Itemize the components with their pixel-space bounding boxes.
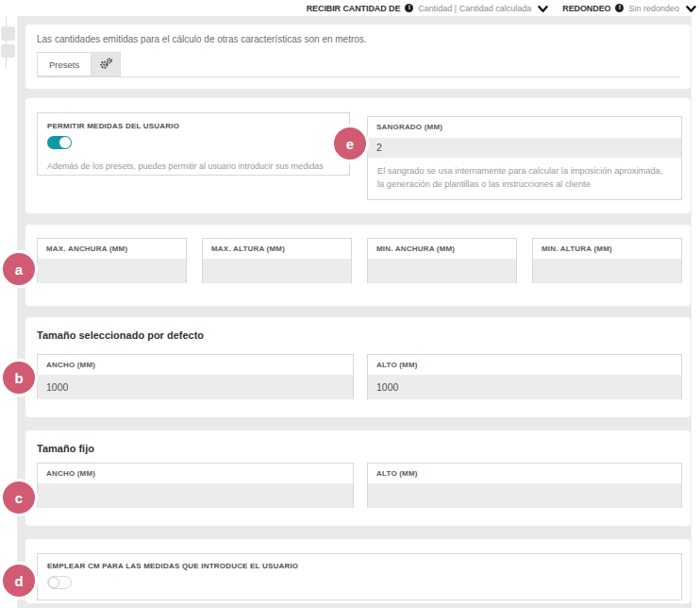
- max-width-label: MAX. ANCHURA (MM): [38, 239, 186, 259]
- min-width-label: MIN. ANCHURA (MM): [368, 239, 516, 259]
- use-cm-box: EMPLEAR CM PARA LAS MEDIDAS QUE INTRODUC…: [37, 553, 682, 600]
- min-height-label: MIN. ALTURA (MM): [533, 239, 681, 259]
- allow-user-measures-toggle[interactable]: [47, 136, 72, 149]
- default-width-label: ANCHO (MM): [38, 355, 353, 375]
- rounding-label: REDONDEO: [562, 4, 610, 13]
- default-width-box: ANCHO (MM) 1000: [37, 354, 354, 399]
- annotation-badge-e: e: [331, 125, 369, 162]
- use-cm-toggle[interactable]: [47, 576, 72, 589]
- use-cm-label: EMPLEAR CM PARA LAS MEDIDAS QUE INTRODUC…: [38, 554, 681, 570]
- fixed-height-label: ALTO (MM): [368, 464, 681, 483]
- gears-icon: [99, 58, 113, 72]
- fixed-width-input[interactable]: [38, 483, 353, 508]
- bleed-box: SANGRADO (MM) 2 El sangrado se usa inter…: [367, 116, 682, 200]
- settings-page: RECIBIR CANTIDAD DE i Cantidad | Cantida…: [0, 0, 700, 608]
- min-height-input[interactable]: [533, 259, 681, 283]
- left-panel-divider: [6, 13, 7, 68]
- annotation-badge-d: d: [0, 562, 38, 600]
- default-size-card: Tamaño seleccionado por defecto ANCHO (M…: [25, 316, 692, 418]
- rounding-value[interactable]: Sin redondeo: [628, 4, 679, 13]
- allow-user-measures-label: PERMITIR MEDIDAS DEL USUARIO: [38, 113, 349, 130]
- default-height-input[interactable]: 1000: [368, 375, 681, 399]
- fixed-height-box: ALTO (MM): [367, 463, 682, 508]
- max-height-label: MAX. ALTURA (MM): [203, 239, 351, 259]
- fixed-height-input[interactable]: [368, 483, 681, 508]
- max-width-input[interactable]: [38, 259, 186, 283]
- left-skeleton-item: [1, 26, 15, 41]
- fixed-size-title: Tamaño fijo: [37, 443, 94, 454]
- fixed-width-label: ANCHO (MM): [38, 464, 353, 483]
- default-height-label: ALTO (MM): [368, 355, 681, 375]
- tab-presets[interactable]: Presets: [37, 52, 92, 76]
- bleed-label: SANGRADO (MM): [368, 117, 681, 138]
- default-width-input[interactable]: 1000: [38, 375, 353, 399]
- tab-settings[interactable]: [91, 52, 121, 76]
- presets-card: Las cantidades emitidas para el cálculo …: [25, 24, 692, 90]
- info-icon[interactable]: i: [405, 4, 413, 12]
- bleed-description: El sangrado se usa internamente para cal…: [368, 158, 681, 199]
- max-height-box: MAX. ALTURA (MM): [202, 238, 352, 283]
- max-height-input[interactable]: [203, 259, 351, 283]
- annotation-badge-b: b: [0, 359, 38, 397]
- default-height-box: ALTO (MM) 1000: [367, 354, 682, 399]
- max-width-box: MAX. ANCHURA (MM): [37, 238, 187, 283]
- bleed-input[interactable]: 2: [368, 138, 681, 158]
- quantities-note: Las cantidades emitidas para el cálculo …: [37, 34, 367, 44]
- toggle-knob: [48, 577, 59, 588]
- allow-user-measures-description: Además de los presets, puedes permitir a…: [47, 161, 340, 171]
- chevron-down-icon[interactable]: [686, 0, 696, 17]
- tab-bar: Presets: [37, 52, 680, 77]
- default-size-title: Tamaño seleccionado por defecto: [37, 329, 204, 341]
- size-limits-card: MAX. ANCHURA (MM) MAX. ALTURA (MM) MIN. …: [25, 224, 692, 307]
- receive-quantity-value[interactable]: Cantidad | Cantidad calculada: [418, 4, 531, 13]
- left-skeleton-item: [1, 44, 15, 58]
- use-cm-card: EMPLEAR CM PARA LAS MEDIDAS QUE INTRODUC…: [25, 538, 692, 604]
- fixed-width-box: ANCHO (MM): [37, 463, 354, 508]
- receive-quantity-label: RECIBIR CANTIDAD DE: [307, 4, 401, 13]
- min-height-box: MIN. ALTURA (MM): [532, 238, 682, 283]
- receive-quantity-dropdown[interactable]: RECIBIR CANTIDAD DE i Cantidad | Cantida…: [307, 0, 549, 17]
- toggle-knob: [59, 137, 71, 148]
- rounding-dropdown[interactable]: REDONDEO i Sin redondeo: [562, 0, 696, 17]
- info-icon[interactable]: i: [615, 4, 624, 12]
- min-width-input[interactable]: [368, 259, 516, 283]
- annotation-badge-c: c: [0, 479, 38, 516]
- min-width-box: MIN. ANCHURA (MM): [367, 238, 517, 283]
- chevron-down-icon[interactable]: [538, 0, 548, 17]
- allow-user-measures-box: PERMITIR MEDIDAS DEL USUARIO Además de l…: [37, 112, 350, 176]
- fixed-size-card: Tamaño fijo ANCHO (MM) ALTO (MM): [25, 430, 692, 527]
- annotation-badge-a: a: [0, 250, 38, 288]
- top-settings-bar: RECIBIR CANTIDAD DE i Cantidad | Cantida…: [0, 0, 700, 16]
